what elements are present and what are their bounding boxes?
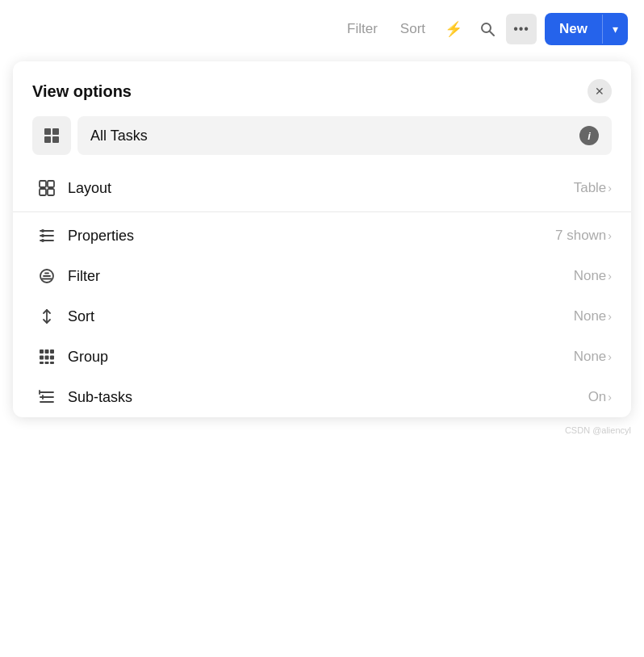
panel-header: View options ✕ <box>13 61 631 116</box>
svg-line-1 <box>490 31 494 36</box>
new-label: New <box>559 21 588 36</box>
sort-label: Sort <box>400 21 425 37</box>
svg-rect-28 <box>45 362 49 364</box>
filter-button[interactable]: Filter <box>337 15 387 44</box>
sort-chevron-icon: › <box>608 310 612 323</box>
watermark: CSDN @aliencyl <box>0 421 644 440</box>
group-chevron-icon: › <box>608 350 612 363</box>
more-button[interactable]: ••• <box>506 14 537 44</box>
svg-rect-22 <box>45 349 49 354</box>
lightning-button[interactable]: ⚡ <box>438 14 469 44</box>
svg-point-15 <box>41 239 44 242</box>
sort-value: None › <box>574 308 612 324</box>
layout-value: Table › <box>574 180 612 196</box>
svg-rect-8 <box>40 189 46 195</box>
view-options-panel: View options ✕ All Tasks i <box>13 61 631 417</box>
sort-option-row[interactable]: Sort None › <box>13 296 631 337</box>
subtasks-value: On › <box>588 389 612 405</box>
new-button[interactable]: New <box>545 13 602 45</box>
properties-option-row[interactable]: Properties 7 shown › <box>13 216 631 256</box>
toolbar: Filter Sort ⚡ ••• New ▾ <box>0 0 644 58</box>
group-icon <box>32 348 61 366</box>
view-selector: All Tasks i <box>13 116 631 168</box>
filter-label: Filter <box>347 21 378 37</box>
filter-row-icon <box>32 267 61 285</box>
chevron-down-icon: ▾ <box>613 23 618 36</box>
close-button[interactable]: ✕ <box>588 79 612 103</box>
layout-icon <box>32 179 61 197</box>
svg-rect-2 <box>44 128 51 135</box>
filter-row-label: Filter <box>68 268 574 285</box>
svg-rect-26 <box>50 356 54 360</box>
more-icon: ••• <box>513 22 529 36</box>
new-button-group: New ▾ <box>545 13 628 45</box>
subtasks-option-row[interactable]: Sub-tasks On › <box>13 377 631 417</box>
svg-rect-27 <box>40 362 44 364</box>
grid-icon <box>42 126 61 145</box>
svg-rect-25 <box>45 356 49 360</box>
new-dropdown-button[interactable]: ▾ <box>602 15 628 44</box>
view-icon-box[interactable] <box>32 116 71 155</box>
svg-rect-24 <box>40 356 44 360</box>
subtasks-chevron-icon: › <box>608 391 612 404</box>
svg-rect-21 <box>40 349 44 354</box>
svg-rect-3 <box>52 128 59 135</box>
svg-rect-4 <box>44 136 51 143</box>
svg-rect-29 <box>50 362 54 364</box>
sort-button[interactable]: Sort <box>391 15 435 44</box>
filter-option-row[interactable]: Filter None › <box>13 256 631 296</box>
info-icon[interactable]: i <box>579 126 599 145</box>
layout-option-row[interactable]: Layout Table › <box>13 168 631 208</box>
lightning-icon: ⚡ <box>445 20 462 38</box>
svg-rect-5 <box>52 136 59 143</box>
filter-value: None › <box>574 268 612 284</box>
search-button[interactable] <box>472 14 503 44</box>
group-value: None › <box>574 349 612 365</box>
properties-label: Properties <box>68 228 555 245</box>
view-name-text: All Tasks <box>90 128 148 144</box>
sort-row-label: Sort <box>68 308 574 325</box>
view-name-box[interactable]: All Tasks i <box>77 116 612 155</box>
properties-chevron-icon: › <box>608 229 612 242</box>
group-option-row[interactable]: Group None › <box>13 337 631 377</box>
search-icon <box>479 21 496 37</box>
panel-title: View options <box>32 82 132 101</box>
layout-chevron-icon: › <box>608 182 612 195</box>
svg-rect-6 <box>40 181 46 187</box>
svg-rect-9 <box>48 189 54 195</box>
subtasks-label: Sub-tasks <box>68 389 588 406</box>
close-icon: ✕ <box>595 85 604 98</box>
group-label: Group <box>68 349 574 366</box>
svg-point-13 <box>41 229 44 232</box>
svg-point-14 <box>41 234 44 237</box>
subtasks-icon <box>32 388 61 406</box>
filter-chevron-icon: › <box>608 270 612 282</box>
svg-rect-23 <box>50 349 54 354</box>
svg-rect-7 <box>48 181 54 187</box>
properties-value: 7 shown › <box>555 228 612 244</box>
divider-1 <box>13 211 631 212</box>
layout-label: Layout <box>68 180 574 197</box>
sort-row-icon <box>32 308 61 325</box>
properties-icon <box>32 227 61 245</box>
